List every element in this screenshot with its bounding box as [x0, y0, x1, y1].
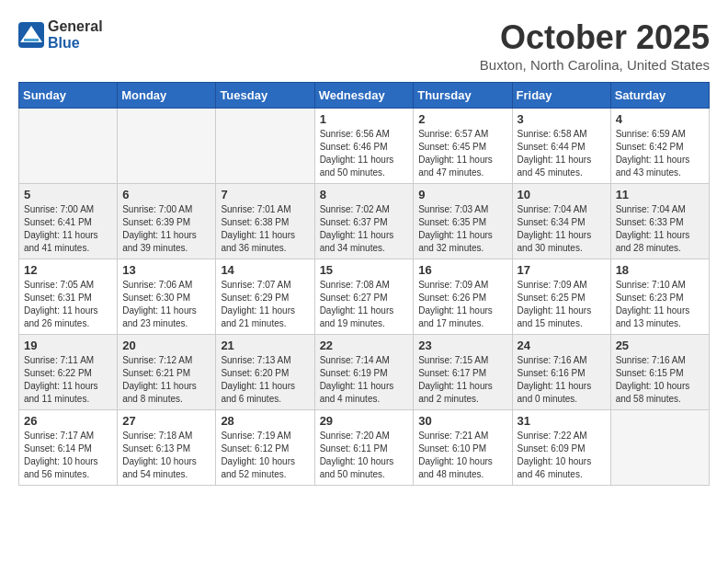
calendar-cell: 6Sunrise: 7:00 AMSunset: 6:39 PMDaylight… — [118, 184, 216, 259]
page-header: General Blue October 2025 Buxton, North … — [18, 18, 710, 73]
day-number: 24 — [518, 339, 606, 352]
day-info: Sunrise: 7:18 AMSunset: 6:13 PMDaylight:… — [122, 430, 210, 481]
day-number: 19 — [24, 339, 112, 352]
day-number: 5 — [24, 188, 112, 201]
calendar-cell — [216, 109, 314, 184]
day-info: Sunrise: 7:04 AMSunset: 6:34 PMDaylight:… — [518, 203, 606, 255]
logo-icon — [18, 22, 44, 48]
calendar-cell — [610, 410, 709, 486]
weekday-header-wednesday: Wednesday — [314, 83, 414, 109]
calendar-cell: 10Sunrise: 7:04 AMSunset: 6:34 PMDayligh… — [512, 184, 610, 259]
day-number: 31 — [518, 414, 606, 428]
day-info: Sunrise: 7:09 AMSunset: 6:25 PMDaylight:… — [518, 279, 606, 330]
weekday-header-tuesday: Tuesday — [216, 83, 314, 109]
day-number: 8 — [320, 188, 409, 201]
calendar-cell: 4Sunrise: 6:59 AMSunset: 6:42 PMDaylight… — [610, 109, 709, 184]
day-number: 3 — [518, 112, 606, 126]
day-number: 25 — [616, 339, 704, 352]
calendar-cell: 30Sunrise: 7:21 AMSunset: 6:10 PMDayligh… — [414, 410, 512, 486]
logo-general: General — [48, 18, 103, 35]
calendar-week-5: 26Sunrise: 7:17 AMSunset: 6:14 PMDayligh… — [19, 410, 710, 486]
weekday-header-saturday: Saturday — [610, 83, 709, 109]
day-info: Sunrise: 7:19 AMSunset: 6:12 PMDaylight:… — [221, 430, 309, 481]
calendar: SundayMondayTuesdayWednesdayThursdayFrid… — [18, 82, 710, 486]
calendar-cell: 5Sunrise: 7:00 AMSunset: 6:41 PMDaylight… — [19, 184, 118, 259]
day-number: 15 — [320, 263, 409, 277]
day-number: 1 — [320, 112, 409, 126]
day-info: Sunrise: 7:05 AMSunset: 6:31 PMDaylight:… — [24, 279, 112, 330]
calendar-week-4: 19Sunrise: 7:11 AMSunset: 6:22 PMDayligh… — [19, 335, 710, 410]
day-number: 16 — [418, 263, 506, 277]
calendar-cell: 8Sunrise: 7:02 AMSunset: 6:37 PMDaylight… — [314, 184, 414, 259]
calendar-cell: 15Sunrise: 7:08 AMSunset: 6:27 PMDayligh… — [314, 259, 414, 335]
calendar-cell: 28Sunrise: 7:19 AMSunset: 6:12 PMDayligh… — [216, 410, 314, 486]
day-info: Sunrise: 7:10 AMSunset: 6:23 PMDaylight:… — [616, 279, 704, 330]
calendar-week-3: 12Sunrise: 7:05 AMSunset: 6:31 PMDayligh… — [19, 259, 710, 335]
day-number: 21 — [221, 339, 309, 352]
day-number: 7 — [221, 188, 309, 201]
day-info: Sunrise: 7:15 AMSunset: 6:17 PMDaylight:… — [418, 354, 506, 406]
day-info: Sunrise: 7:09 AMSunset: 6:26 PMDaylight:… — [418, 279, 506, 330]
calendar-cell: 27Sunrise: 7:18 AMSunset: 6:13 PMDayligh… — [118, 410, 216, 486]
day-number: 6 — [122, 188, 210, 201]
day-info: Sunrise: 6:59 AMSunset: 6:42 PMDaylight:… — [616, 128, 704, 179]
calendar-cell: 21Sunrise: 7:13 AMSunset: 6:20 PMDayligh… — [216, 335, 314, 410]
calendar-cell: 16Sunrise: 7:09 AMSunset: 6:26 PMDayligh… — [414, 259, 512, 335]
day-number: 22 — [320, 339, 409, 352]
logo-text: General Blue — [48, 18, 103, 51]
day-number: 11 — [616, 188, 704, 201]
day-info: Sunrise: 7:01 AMSunset: 6:38 PMDaylight:… — [221, 203, 309, 255]
calendar-cell: 31Sunrise: 7:22 AMSunset: 6:09 PMDayligh… — [512, 410, 610, 486]
calendar-cell: 19Sunrise: 7:11 AMSunset: 6:22 PMDayligh… — [19, 335, 118, 410]
weekday-header-friday: Friday — [512, 83, 610, 109]
day-number: 4 — [616, 112, 704, 126]
day-number: 13 — [122, 263, 210, 277]
day-info: Sunrise: 7:17 AMSunset: 6:14 PMDaylight:… — [24, 430, 112, 481]
day-info: Sunrise: 7:03 AMSunset: 6:35 PMDaylight:… — [418, 203, 506, 255]
calendar-cell: 7Sunrise: 7:01 AMSunset: 6:38 PMDaylight… — [216, 184, 314, 259]
day-number: 29 — [320, 414, 409, 428]
day-number: 17 — [518, 263, 606, 277]
day-info: Sunrise: 7:16 AMSunset: 6:15 PMDaylight:… — [616, 354, 704, 406]
weekday-header-thursday: Thursday — [414, 83, 512, 109]
calendar-cell: 12Sunrise: 7:05 AMSunset: 6:31 PMDayligh… — [19, 259, 118, 335]
day-number: 26 — [24, 414, 112, 428]
calendar-cell: 14Sunrise: 7:07 AMSunset: 6:29 PMDayligh… — [216, 259, 314, 335]
calendar-cell: 17Sunrise: 7:09 AMSunset: 6:25 PMDayligh… — [512, 259, 610, 335]
calendar-week-2: 5Sunrise: 7:00 AMSunset: 6:41 PMDaylight… — [19, 184, 710, 259]
day-info: Sunrise: 7:14 AMSunset: 6:19 PMDaylight:… — [320, 354, 409, 406]
calendar-cell: 3Sunrise: 6:58 AMSunset: 6:44 PMDaylight… — [512, 109, 610, 184]
day-number: 2 — [418, 112, 506, 126]
month-title: October 2025 — [480, 18, 710, 57]
location: Buxton, North Carolina, United States — [480, 57, 710, 73]
calendar-cell: 11Sunrise: 7:04 AMSunset: 6:33 PMDayligh… — [610, 184, 709, 259]
weekday-header-monday: Monday — [118, 83, 216, 109]
calendar-cell: 20Sunrise: 7:12 AMSunset: 6:21 PMDayligh… — [118, 335, 216, 410]
calendar-cell: 25Sunrise: 7:16 AMSunset: 6:15 PMDayligh… — [610, 335, 709, 410]
day-number: 23 — [418, 339, 506, 352]
title-block: October 2025 Buxton, North Carolina, Uni… — [480, 18, 710, 73]
day-info: Sunrise: 6:56 AMSunset: 6:46 PMDaylight:… — [320, 128, 409, 179]
calendar-cell: 13Sunrise: 7:06 AMSunset: 6:30 PMDayligh… — [118, 259, 216, 335]
day-number: 27 — [122, 414, 210, 428]
day-info: Sunrise: 7:20 AMSunset: 6:11 PMDaylight:… — [320, 430, 409, 481]
day-info: Sunrise: 7:00 AMSunset: 6:41 PMDaylight:… — [24, 203, 112, 255]
svg-rect-2 — [24, 39, 39, 41]
day-info: Sunrise: 7:22 AMSunset: 6:09 PMDaylight:… — [518, 430, 606, 481]
calendar-cell: 29Sunrise: 7:20 AMSunset: 6:11 PMDayligh… — [314, 410, 414, 486]
day-info: Sunrise: 7:08 AMSunset: 6:27 PMDaylight:… — [320, 279, 409, 330]
day-info: Sunrise: 7:02 AMSunset: 6:37 PMDaylight:… — [320, 203, 409, 255]
day-info: Sunrise: 7:16 AMSunset: 6:16 PMDaylight:… — [518, 354, 606, 406]
day-number: 12 — [24, 263, 112, 277]
day-number: 18 — [616, 263, 704, 277]
day-info: Sunrise: 6:57 AMSunset: 6:45 PMDaylight:… — [418, 128, 506, 179]
calendar-cell: 18Sunrise: 7:10 AMSunset: 6:23 PMDayligh… — [610, 259, 709, 335]
day-info: Sunrise: 7:07 AMSunset: 6:29 PMDaylight:… — [221, 279, 309, 330]
day-info: Sunrise: 7:12 AMSunset: 6:21 PMDaylight:… — [122, 354, 210, 406]
calendar-week-1: 1Sunrise: 6:56 AMSunset: 6:46 PMDaylight… — [19, 109, 710, 184]
day-info: Sunrise: 7:21 AMSunset: 6:10 PMDaylight:… — [418, 430, 506, 481]
day-info: Sunrise: 7:11 AMSunset: 6:22 PMDaylight:… — [24, 354, 112, 406]
day-info: Sunrise: 7:00 AMSunset: 6:39 PMDaylight:… — [122, 203, 210, 255]
day-info: Sunrise: 7:04 AMSunset: 6:33 PMDaylight:… — [616, 203, 704, 255]
day-number: 30 — [418, 414, 506, 428]
